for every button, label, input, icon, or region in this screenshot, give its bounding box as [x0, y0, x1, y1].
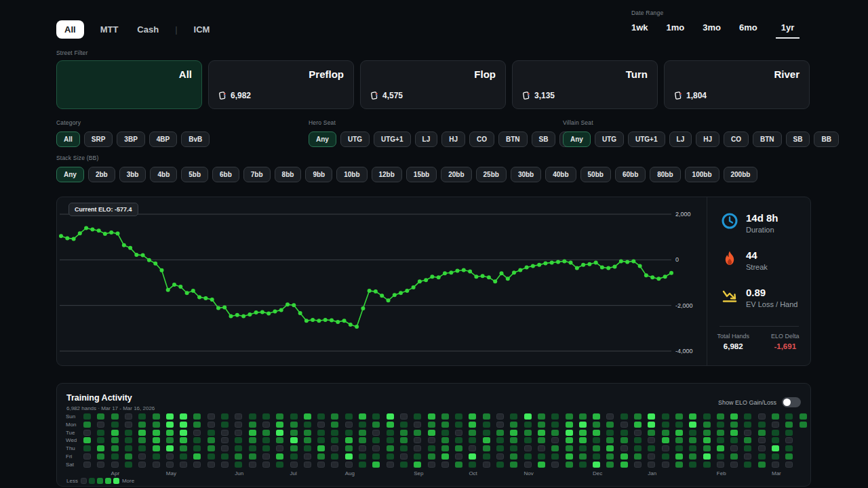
stack-size-chip-2bb[interactable]: 2bb: [88, 167, 115, 182]
tab-icm[interactable]: ICM: [191, 20, 213, 39]
activity-cell: [524, 445, 532, 451]
date-range-1mo[interactable]: 1mo: [667, 22, 685, 39]
activity-cell: [675, 430, 683, 436]
category-chip-bvb[interactable]: BvB: [181, 131, 210, 147]
elo-line-chart: 2,0000-2,000-4,000: [57, 197, 707, 365]
activity-cell: [276, 430, 283, 436]
activity-cell: [689, 422, 696, 428]
category-chip-4bp[interactable]: 4BP: [149, 131, 177, 147]
activity-cell: [800, 413, 807, 420]
activity-cell: [593, 430, 600, 436]
hero-seat-chip-any[interactable]: Any: [309, 131, 336, 147]
activity-cell: [730, 413, 738, 420]
stack-size-chip-50bb[interactable]: 50bb: [580, 167, 611, 182]
activity-cell: [372, 462, 380, 468]
hero-seat-chip-co[interactable]: CO: [469, 131, 494, 147]
villain-seat-chip-lj[interactable]: LJ: [669, 131, 692, 147]
stack-size-chip-20bb[interactable]: 20bb: [441, 167, 471, 182]
tab-cash[interactable]: Cash: [134, 20, 161, 39]
activity-cell: [428, 430, 435, 436]
activity-cell: [83, 453, 91, 460]
activity-cell: [97, 462, 104, 468]
villain-seat-chip-bb[interactable]: BB: [814, 131, 838, 147]
activity-cell: [290, 437, 298, 443]
activity-cell: [579, 453, 587, 460]
stack-size-chip-3bb[interactable]: 3bb: [119, 167, 146, 182]
category-chip-3bp[interactable]: 3BP: [117, 131, 144, 147]
activity-cell: [648, 437, 655, 443]
activity-cell: [648, 430, 655, 436]
hero-seat-chip-lj[interactable]: LJ: [415, 131, 438, 147]
activity-cell: [455, 462, 462, 468]
activity-cell: [593, 422, 600, 428]
villain-seat-chip-hj[interactable]: HJ: [696, 131, 719, 147]
activity-cell: [483, 462, 490, 468]
date-range-1wk[interactable]: 1wk: [631, 22, 648, 39]
stack-size-chip-6bb[interactable]: 6bb: [212, 167, 239, 182]
stack-size-chip-9bb[interactable]: 9bb: [305, 167, 332, 182]
villain-seat-chip-any[interactable]: Any: [563, 131, 591, 147]
hero-seat-chip-utg-1[interactable]: UTG+1: [374, 131, 411, 147]
stack-size-chip-200bb[interactable]: 200bb: [724, 167, 758, 182]
tab-mtt[interactable]: MTT: [98, 20, 121, 39]
stack-size-chip-15bb[interactable]: 15bb: [406, 167, 437, 182]
stack-size-chip-10bb[interactable]: 10bb: [336, 167, 367, 182]
trend-down-icon: [721, 287, 738, 307]
villain-seat-chip-co[interactable]: CO: [724, 131, 749, 147]
date-range-6mo[interactable]: 6mo: [739, 22, 757, 39]
stack-size-chip-any[interactable]: Any: [56, 167, 84, 182]
activity-cell: [221, 445, 229, 451]
stack-size-chip-4bb[interactable]: 4bb: [150, 167, 177, 182]
hero-seat-chip-sb[interactable]: SB: [532, 131, 556, 147]
hero-seat-chip-hj[interactable]: HJ: [441, 131, 465, 147]
stack-size-chip-100bb[interactable]: 100bb: [685, 167, 719, 182]
activity-cell: [180, 437, 187, 443]
villain-seat-chip-sb[interactable]: SB: [786, 131, 810, 147]
activity-cell: [235, 437, 242, 443]
stack-size-chip-5bb[interactable]: 5bb: [181, 167, 208, 182]
activity-cell: [359, 453, 366, 460]
activity-cell: [620, 453, 628, 460]
activity-cell: [166, 422, 174, 428]
date-range-3mo[interactable]: 3mo: [703, 22, 721, 39]
street-card-all[interactable]: All: [56, 60, 202, 109]
activity-cell: [593, 453, 600, 460]
category-chip-all[interactable]: All: [56, 131, 80, 147]
activity-cell: [606, 445, 614, 451]
stack-size-chip-12bb[interactable]: 12bb: [372, 167, 402, 182]
activity-cell: [675, 437, 683, 443]
stack-size-chip-25bb[interactable]: 25bb: [476, 167, 507, 182]
category-chip-srp[interactable]: SRP: [84, 131, 113, 147]
stack-size-chip-8bb[interactable]: 8bb: [275, 167, 302, 182]
activity-cell: [662, 445, 669, 451]
villain-seat-chip-btn[interactable]: BTN: [753, 131, 782, 147]
stack-size-chip-80bb[interactable]: 80bb: [650, 167, 680, 182]
stack-size-chip-40bb[interactable]: 40bb: [545, 167, 576, 182]
activity-cell: [138, 422, 146, 428]
activity-cell: [469, 422, 476, 428]
stack-size-chip-7bb[interactable]: 7bb: [243, 167, 271, 182]
street-card-preflop[interactable]: Preflop 6,982: [208, 60, 354, 109]
street-card-flop[interactable]: Flop 4,575: [360, 60, 506, 109]
hero-seat-chip-utg[interactable]: UTG: [340, 131, 370, 147]
elo-gainloss-toggle[interactable]: [782, 397, 801, 407]
stack-size-chip-60bb[interactable]: 60bb: [615, 167, 646, 182]
activity-cell: [717, 413, 724, 420]
villain-seat-chip-utg[interactable]: UTG: [595, 131, 624, 147]
date-range-1yr[interactable]: 1yr: [776, 22, 800, 39]
svg-text:0: 0: [675, 256, 679, 263]
activity-cell: [111, 437, 119, 443]
activity-cell: [579, 413, 587, 420]
street-card-turn[interactable]: Turn 3,135: [512, 60, 658, 109]
activity-cell: [180, 430, 187, 436]
activity-cell: [359, 413, 366, 420]
street-card-river[interactable]: River 1,804: [664, 60, 810, 109]
stack-size-chip-30bb[interactable]: 30bb: [511, 167, 541, 182]
activity-cell: [180, 413, 187, 420]
villain-seat-chip-utg-1[interactable]: UTG+1: [628, 131, 665, 147]
activity-cell: [483, 453, 490, 460]
tab-all[interactable]: All: [56, 20, 84, 39]
hero-seat-chip-btn[interactable]: BTN: [498, 131, 528, 147]
activity-cell: [262, 437, 270, 443]
activity-cell: [153, 413, 160, 420]
